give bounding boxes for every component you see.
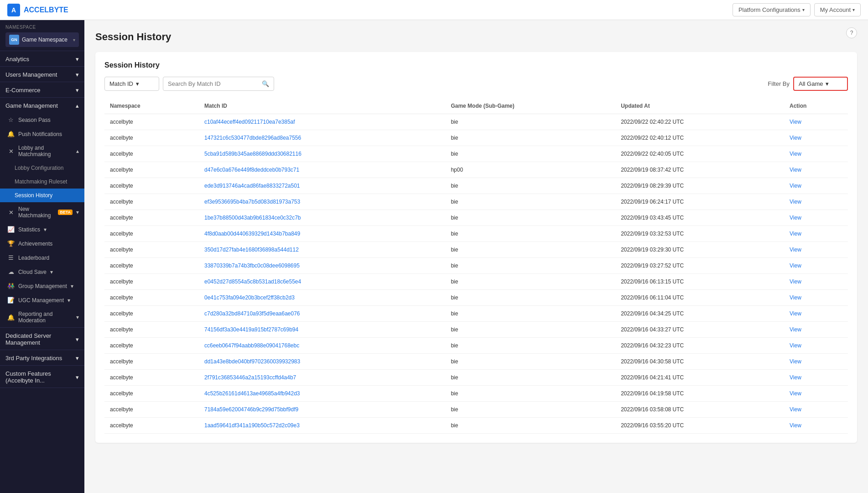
sidebar-item-analytics[interactable]: Analytics ▾ <box>0 51 84 66</box>
view-link[interactable]: View <box>790 231 801 237</box>
sidebar-item-achievements[interactable]: 🏆 Achievements <box>0 236 84 251</box>
account-button[interactable]: My Account ▾ <box>814 3 861 16</box>
sidebar-item-new-matchmaking[interactable]: ✕ New Matchmaking BETA ▾ <box>0 202 84 222</box>
match-id-link[interactable]: c10af44eceff4ed09211710ea7e385af <box>204 119 295 125</box>
view-link[interactable]: View <box>790 119 801 125</box>
view-link[interactable]: View <box>790 294 801 301</box>
view-link[interactable]: View <box>790 374 801 381</box>
view-link[interactable]: View <box>790 135 801 141</box>
search-input[interactable] <box>168 80 259 87</box>
cell-updated-at: 2022/09/22 02:40:22 UTC <box>615 114 784 130</box>
match-id-link[interactable]: dd1a43e8bde040bf9702360039932983 <box>204 358 300 365</box>
search-box: 🔍 <box>163 77 274 91</box>
cell-namespace: accelbyte <box>104 242 199 258</box>
match-id-link[interactable]: 4c525b26161d4613ae49685a4fb942d3 <box>204 390 300 397</box>
cell-game-mode: bie <box>445 274 615 290</box>
session-history-label: Session History <box>15 192 52 199</box>
match-id-link[interactable]: ede3d913746a4cad86fae8833272a501 <box>204 183 300 189</box>
view-link[interactable]: View <box>790 390 801 397</box>
sidebar-item-cloud-save[interactable]: ☁ Cloud Save ▾ <box>0 265 84 279</box>
cell-game-mode: bie <box>445 114 615 130</box>
table-row: accelbyte 33870339b7a74b3fbc0c08dee60986… <box>104 258 848 274</box>
match-id-link[interactable]: e0452d27d8554a5c8b531ad18c6e55e4 <box>204 278 301 285</box>
match-id-link[interactable]: 74156df3a30e4419a915bf2787c69b94 <box>204 326 298 333</box>
sidebar-item-leaderboard[interactable]: ☰ Leaderboard <box>0 251 84 265</box>
view-link[interactable]: View <box>790 262 801 269</box>
sidebar-item-matchmaking-ruleset[interactable]: Matchmaking Ruleset <box>0 175 84 189</box>
sidebar-item-season-pass[interactable]: ☆ Season Pass <box>0 113 84 127</box>
sidebar-item-group-management[interactable]: 👫 Group Management ▾ <box>0 279 84 293</box>
view-link[interactable]: View <box>790 151 801 157</box>
match-id-link[interactable]: 147321c6c530477dbde8296ad8ea7556 <box>204 135 301 141</box>
filter-by-dropdown[interactable]: All Game ▾ <box>793 77 848 91</box>
sidebar-item-ugc-management[interactable]: 📝 UGC Management ▾ <box>0 293 84 307</box>
filter-bar: Match ID ▾ 🔍 Filter By All Game ▾ <box>104 77 848 91</box>
sidebar-item-users-management[interactable]: Users Management ▾ <box>0 67 84 82</box>
view-link[interactable]: View <box>790 422 801 429</box>
sidebar-item-3rd-party[interactable]: 3rd Party Integrations ▾ <box>0 350 84 365</box>
match-id-link[interactable]: 7184a59e62004746b9c299d75bbf9df9 <box>204 406 298 413</box>
sidebar-item-ecommerce[interactable]: E-Commerce ▾ <box>0 82 84 97</box>
sidebar-item-lobby-configuration[interactable]: Lobby Configuration <box>0 161 84 175</box>
page-title: Session History <box>95 31 857 43</box>
view-link[interactable]: View <box>790 310 801 317</box>
view-link[interactable]: View <box>790 342 801 349</box>
cell-match-id: ef3e9536695b4ba7b5d083d81973a753 <box>199 194 445 210</box>
view-link[interactable]: View <box>790 246 801 253</box>
sidebar-item-session-history[interactable]: Session History <box>0 189 84 202</box>
cell-game-mode: bie <box>445 178 615 194</box>
cell-updated-at: 2022/09/16 03:55:20 UTC <box>615 418 784 434</box>
view-link[interactable]: View <box>790 406 801 413</box>
view-link[interactable]: View <box>790 326 801 333</box>
cell-match-id: 33870339b7a74b3fbc0c08dee6098695 <box>199 258 445 274</box>
sidebar-item-push-notifications[interactable]: 🔔 Push Notifications <box>0 127 84 141</box>
bell-icon: 🔔 <box>7 131 15 137</box>
view-link[interactable]: View <box>790 278 801 285</box>
view-link[interactable]: View <box>790 183 801 189</box>
view-link[interactable]: View <box>790 358 801 365</box>
sidebar-item-game-management[interactable]: Game Management ▴ <box>0 98 84 113</box>
sidebar-item-lobby-matchmaking[interactable]: ✕ Lobby and Matchmaking ▴ <box>0 141 84 161</box>
cell-action: View <box>784 210 848 226</box>
namespace-selector[interactable]: GN Game Namespace ▾ <box>5 32 79 47</box>
help-button[interactable]: ? <box>846 27 857 38</box>
leaderboard-label: Leaderboard <box>18 255 49 261</box>
cell-match-id: 147321c6c530477dbde8296ad8ea7556 <box>199 130 445 146</box>
cell-match-id: ede3d913746a4cad86fae8833272a501 <box>199 178 445 194</box>
cell-action: View <box>784 290 848 306</box>
cell-namespace: accelbyte <box>104 114 199 130</box>
cell-game-mode: bie <box>445 194 615 210</box>
view-link[interactable]: View <box>790 199 801 205</box>
table-body: accelbyte c10af44eceff4ed09211710ea7e385… <box>104 114 848 434</box>
view-link[interactable]: View <box>790 215 801 221</box>
sidebar-item-custom-features[interactable]: Custom Features (Accelbyte In... ▾ <box>0 366 84 388</box>
cell-namespace: accelbyte <box>104 274 199 290</box>
cell-match-id: d47e6c0a676e449f8deddceb0b793c71 <box>199 162 445 178</box>
match-id-link[interactable]: d47e6c0a676e449f8deddceb0b793c71 <box>204 167 299 173</box>
cell-namespace: accelbyte <box>104 290 199 306</box>
cell-game-mode: bie <box>445 354 615 370</box>
match-id-link[interactable]: cc6eeb0647f94aabb988e09041768ebc <box>204 342 299 349</box>
cell-namespace: accelbyte <box>104 194 199 210</box>
match-id-link[interactable]: 2f791c36853446a2a15193ccffd4a4b7 <box>204 374 296 381</box>
match-id-link[interactable]: 1be37b88500d43ab9b61834ce0c32c7b <box>204 215 301 221</box>
filter-by-value: All Game <box>799 80 823 87</box>
match-id-link[interactable]: 0e41c753fa094e20b3bcef2ff38cb2d3 <box>204 294 295 301</box>
cell-action: View <box>784 322 848 338</box>
sidebar-item-statistics[interactable]: 📈 Statistics ▾ <box>0 222 84 236</box>
match-id-link[interactable]: 4f8d0aab00d440639329d1434b7ba849 <box>204 231 300 237</box>
match-id-link[interactable]: ef3e9536695b4ba7b5d083d81973a753 <box>204 199 300 205</box>
platform-config-button[interactable]: Platform Configurations ▾ <box>733 3 811 16</box>
match-id-link[interactable]: c7d280a32bd84710a93f5d9eaa6ae076 <box>204 310 300 317</box>
match-id-link[interactable]: 350d17d27fab4e1680f36898a544d112 <box>204 246 299 253</box>
match-id-link[interactable]: 33870339b7a74b3fbc0c08dee6098695 <box>204 262 300 269</box>
view-link[interactable]: View <box>790 167 801 173</box>
match-id-link[interactable]: 1aad59641df341a190b50c572d2c09e3 <box>204 422 300 429</box>
table-row: accelbyte c7d280a32bd84710a93f5d9eaa6ae0… <box>104 306 848 322</box>
filter-dropdown-label: Match ID <box>109 80 133 87</box>
filter-type-dropdown[interactable]: Match ID ▾ <box>104 77 159 91</box>
x2-icon: ✕ <box>7 209 15 216</box>
sidebar-item-reporting-moderation[interactable]: 🔔 Reporting and Moderation ▾ <box>0 307 84 327</box>
match-id-link[interactable]: 5cba91d589b345ae88689ddd30682116 <box>204 151 301 157</box>
sidebar-item-dedicated-server[interactable]: Dedicated Server Management ▾ <box>0 328 84 350</box>
